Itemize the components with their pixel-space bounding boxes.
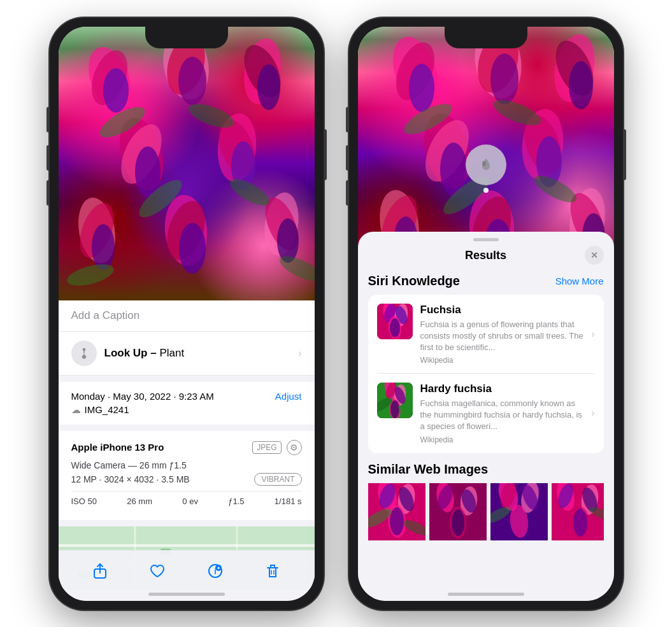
exif-row: ISO 50 26 mm 0 ev ƒ1.5 1/181 s bbox=[71, 491, 302, 511]
svg-point-1 bbox=[85, 45, 134, 110]
svg-point-13 bbox=[211, 115, 261, 181]
meta-date: Monday · May 30, 2022 · 9:23 AM bbox=[71, 391, 214, 402]
meta-date-row: Monday · May 30, 2022 · 9:23 AM Adjust bbox=[71, 391, 302, 402]
svg-point-55 bbox=[440, 143, 467, 196]
svg-point-18 bbox=[162, 193, 210, 267]
fuchsia-desc: Fuchsia is a genus of flowering plants t… bbox=[420, 319, 584, 354]
svg-point-8 bbox=[257, 64, 280, 110]
svg-point-20 bbox=[179, 223, 206, 274]
similar-image-4[interactable] bbox=[552, 483, 604, 540]
like-button[interactable] bbox=[143, 557, 171, 585]
svg-point-12 bbox=[215, 111, 259, 183]
lookup-label: Look Up – Plant bbox=[104, 347, 185, 360]
notch-1 bbox=[145, 27, 228, 48]
svg-point-45 bbox=[388, 36, 441, 105]
similar-images bbox=[368, 483, 604, 540]
results-close-button[interactable]: ✕ bbox=[585, 246, 604, 265]
svg-point-14 bbox=[231, 141, 255, 190]
similar-image-3[interactable] bbox=[490, 483, 548, 540]
home-indicator-2 bbox=[448, 593, 524, 596]
svg-point-25 bbox=[185, 99, 237, 132]
svg-point-2 bbox=[103, 68, 129, 113]
lookup-row[interactable]: Look Up – Plant › bbox=[59, 332, 315, 376]
siri-icon bbox=[71, 341, 97, 366]
info-button[interactable]: i ✦ bbox=[201, 557, 229, 585]
visual-lookup-button[interactable] bbox=[466, 144, 506, 185]
phone-1: Add a Caption Look Up – Plant › Mon bbox=[50, 18, 324, 610]
svg-text:✦: ✦ bbox=[217, 566, 220, 570]
svg-point-50 bbox=[548, 30, 600, 105]
home-indicator bbox=[148, 593, 225, 596]
phone-screen-2: Results ✕ Siri Knowledge Show More bbox=[358, 27, 614, 601]
svg-point-58 bbox=[536, 136, 562, 187]
svg-point-57 bbox=[517, 110, 568, 179]
svg-point-16 bbox=[73, 198, 120, 262]
results-panel: Results ✕ Siri Knowledge Show More bbox=[358, 232, 614, 601]
hardy-source: Wikipedia bbox=[420, 435, 584, 444]
results-title: Results bbox=[465, 249, 506, 262]
format-badge: JPEG bbox=[252, 441, 281, 454]
knowledge-card: Fuchsia Fuchsia is a genus of flowering … bbox=[368, 295, 604, 453]
svg-point-56 bbox=[518, 106, 566, 181]
adjust-button[interactable]: Adjust bbox=[275, 391, 302, 402]
svg-point-27 bbox=[226, 174, 273, 211]
results-header: Results ✕ bbox=[358, 241, 614, 270]
hardy-name: Hardy fuchsia bbox=[420, 383, 584, 395]
exif-aperture: ƒ1.5 bbox=[228, 497, 244, 506]
svg-point-52 bbox=[569, 61, 593, 109]
show-more-button[interactable]: Show More bbox=[555, 276, 604, 286]
svg-point-44 bbox=[385, 31, 445, 111]
fuchsia-source: Wikipedia bbox=[420, 356, 584, 365]
svg-point-53 bbox=[417, 108, 477, 193]
svg-point-88 bbox=[390, 400, 399, 418]
svg-point-28 bbox=[64, 260, 116, 290]
camera-section: Apple iPhone 13 Pro JPEG ⚙ Wide Camera —… bbox=[59, 431, 315, 520]
phone-2: Results ✕ Siri Knowledge Show More bbox=[349, 18, 623, 610]
camera-header: Apple iPhone 13 Pro JPEG ⚙ bbox=[71, 440, 302, 455]
hardy-thumbnail bbox=[377, 383, 413, 418]
svg-point-71 bbox=[531, 171, 580, 208]
settings-icon[interactable]: ⚙ bbox=[287, 440, 302, 455]
svg-point-23 bbox=[277, 218, 299, 263]
flower-photo-1[interactable] bbox=[59, 27, 315, 300]
visual-lookup-dot bbox=[483, 188, 489, 193]
svg-point-51 bbox=[548, 34, 601, 101]
camera-model: Apple iPhone 13 Pro bbox=[71, 442, 164, 453]
svg-point-29 bbox=[276, 251, 314, 286]
similar-image-2[interactable] bbox=[429, 483, 487, 540]
svg-point-54 bbox=[417, 113, 478, 188]
knowledge-item-hardy[interactable]: Hardy fuchsia Fuchsia magellanica, commo… bbox=[368, 374, 604, 453]
caption-area[interactable]: Add a Caption bbox=[59, 300, 315, 332]
svg-point-10 bbox=[113, 118, 169, 190]
filename: IMG_4241 bbox=[85, 404, 129, 415]
phone-screen-1: Add a Caption Look Up – Plant › Mon bbox=[59, 27, 315, 601]
hardy-desc: Fuchsia magellanica, commonly known as t… bbox=[420, 398, 584, 433]
knowledge-item-fuchsia[interactable]: Fuchsia Fuchsia is a genus of flowering … bbox=[368, 295, 604, 374]
delete-button[interactable] bbox=[259, 557, 287, 585]
svg-point-7 bbox=[236, 39, 288, 102]
svg-point-46 bbox=[409, 64, 434, 112]
exif-iso: ISO 50 bbox=[71, 497, 97, 506]
svg-point-68 bbox=[399, 98, 455, 140]
megapixels: 12 MP · 3024 × 4032 · 3.5 MB bbox=[71, 474, 190, 484]
svg-point-97 bbox=[390, 507, 404, 535]
svg-point-21 bbox=[261, 190, 302, 257]
svg-point-15 bbox=[73, 194, 120, 265]
meta-filename: ☁ IMG_4241 bbox=[71, 404, 302, 416]
notch-2 bbox=[445, 27, 527, 48]
similar-image-1[interactable] bbox=[368, 483, 425, 540]
share-button[interactable] bbox=[86, 557, 114, 585]
info-panel: Add a Caption Look Up – Plant › Mon bbox=[59, 300, 315, 590]
svg-point-5 bbox=[178, 57, 206, 105]
results-content: Siri Knowledge Show More bbox=[358, 270, 614, 595]
svg-point-24 bbox=[95, 101, 148, 143]
camera-specs: 12 MP · 3024 × 4032 · 3.5 MB VIBRANT bbox=[71, 473, 302, 486]
exif-focal: 26 mm bbox=[127, 497, 152, 506]
exif-ev: 0 ev bbox=[182, 497, 198, 506]
fuchsia-chevron: › bbox=[591, 328, 594, 340]
svg-point-19 bbox=[160, 196, 211, 265]
fuchsia-name: Fuchsia bbox=[420, 304, 584, 316]
svg-point-11 bbox=[135, 146, 161, 197]
hardy-chevron: › bbox=[591, 407, 594, 419]
meta-section: Monday · May 30, 2022 · 9:23 AM Adjust ☁… bbox=[59, 382, 315, 425]
